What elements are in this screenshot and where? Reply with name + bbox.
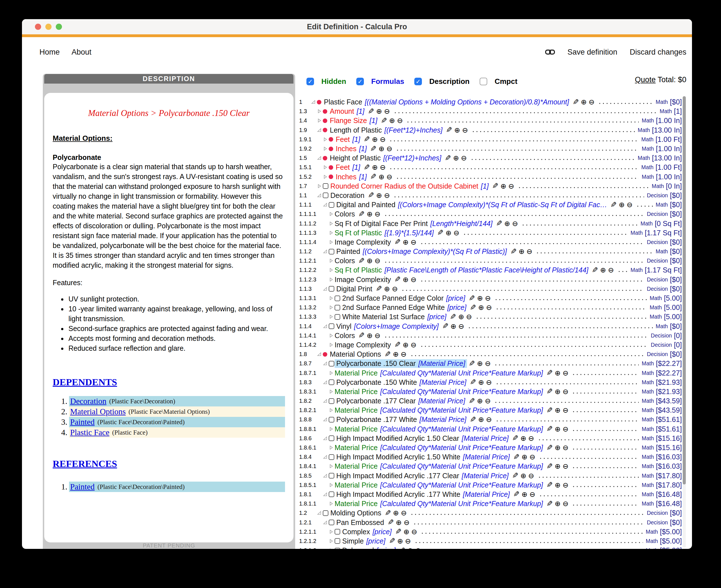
row-formula[interactable]: [(Colors+Image Complexity)*(Sq Ft of Pla…	[363, 247, 507, 256]
tree-row[interactable]: 1.8.1 High Impact Modified Acrylic .177 …	[298, 490, 682, 499]
edit-pencil-icon[interactable]: ✎	[547, 481, 553, 489]
row-label[interactable]: Colors	[335, 257, 355, 265]
row-formula[interactable]: [Calculated Qty*Material Unit Price*Feat…	[380, 481, 543, 489]
edit-pencil-icon[interactable]: ✎	[547, 424, 553, 434]
row-formula[interactable]: [Material Price]	[463, 453, 510, 461]
edit-pencil-icon[interactable]: ✎	[470, 303, 476, 312]
tree-row[interactable]: 1.8.2 Polycarbonate .177 Clear [Material…	[298, 396, 682, 405]
row-formula[interactable]: [Material Price]	[463, 490, 510, 499]
edit-pencil-icon[interactable]: ✎	[547, 499, 553, 508]
remove-icon[interactable]: ⊖	[404, 519, 410, 527]
edit-pencil-icon[interactable]: ✎	[492, 182, 498, 191]
remove-icon[interactable]: ⊖	[466, 313, 472, 321]
remove-icon[interactable]: ⊖	[530, 490, 535, 499]
edit-pencil-icon[interactable]: ✎	[469, 397, 475, 405]
remove-icon[interactable]: ⊖	[386, 145, 392, 153]
add-icon[interactable]: ⊕	[477, 359, 483, 368]
row-checkbox[interactable]	[329, 323, 334, 329]
filter-label[interactable]: Hidden	[321, 77, 346, 86]
tree-row[interactable]: 1.1.1.2 Sq Ft of Digital Face Per Print …	[298, 219, 682, 228]
tree-row[interactable]: 1.1.4.1 Colors ✎ ⊕ ⊖ Decision [0]	[298, 331, 682, 340]
edit-pencil-icon[interactable]: ✎	[370, 172, 376, 181]
remove-icon[interactable]: ⊖	[562, 444, 568, 452]
add-icon[interactable]: ⊕	[403, 341, 409, 349]
add-icon[interactable]: ⊕	[600, 266, 606, 274]
edit-pencil-icon[interactable]: ✎	[470, 378, 476, 387]
remove-icon[interactable]: ⊖	[392, 285, 398, 293]
row-formula[interactable]: [price]	[446, 294, 465, 302]
edit-pencil-icon[interactable]: ✎	[385, 350, 391, 359]
expand-arrow-icon[interactable]	[323, 520, 329, 525]
tree-row[interactable]: 1.8.4 High Impact Modified Acrylic 1.50 …	[298, 452, 682, 462]
add-icon[interactable]: ⊕	[393, 350, 399, 358]
row-formula[interactable]: [(Feet*12)+Inches]	[385, 126, 442, 134]
tree-row[interactable]: 1.1.1.3 Sq Ft of Plastic [{1.9}*{1.5}/14…	[298, 228, 682, 237]
edit-pencil-icon[interactable]: ✎	[470, 415, 476, 424]
tree-row[interactable]: 1.5 Height of Plastic [(Feet*12)+Inches]…	[298, 153, 682, 163]
row-formula[interactable]: [price]	[366, 537, 385, 545]
edit-pencil-icon[interactable]: ✎	[512, 434, 518, 443]
add-icon[interactable]: ⊕	[478, 416, 484, 424]
row-formula[interactable]: [Calculated Qty*Material Unit Price*Feat…	[380, 369, 543, 377]
row-label[interactable]: 2nd Surface Panned Edge Color	[342, 294, 444, 302]
row-formula[interactable]: [1]	[481, 182, 489, 190]
add-icon[interactable]: ⊕	[555, 444, 560, 452]
expand-arrow-icon[interactable]	[323, 174, 329, 179]
tree-row[interactable]: 1.1.4 Vinyl [Colors+Image Complexity] ✎ …	[298, 322, 682, 331]
row-label[interactable]: Material Price	[335, 481, 378, 489]
expand-arrow-icon[interactable]	[317, 193, 323, 198]
row-checkbox[interactable]	[329, 491, 334, 497]
add-icon[interactable]: ⊕	[407, 546, 413, 549]
remove-icon[interactable]: ⊖	[405, 537, 411, 545]
row-checkbox[interactable]	[329, 286, 334, 292]
add-icon[interactable]: ⊕	[453, 154, 459, 162]
filter-checkbox[interactable]	[306, 78, 314, 85]
row-label[interactable]: High Impact Modified Acrylic .177 White	[336, 490, 460, 499]
add-icon[interactable]: ⊕	[376, 107, 382, 115]
add-icon[interactable]: ⊕	[555, 425, 560, 433]
tree-row[interactable]: 1.1.2 Painted [(Colors+Image Complexity)…	[298, 247, 682, 256]
tree-row[interactable]: 1.1.2.3 Image Complexity ✎ ⊕ ⊖ Decision …	[298, 275, 682, 284]
dependent-link[interactable]: Painted	[70, 482, 95, 491]
row-label[interactable]: Sq Ft of Digital Face Per Print	[335, 219, 428, 228]
expand-arrow-icon[interactable]	[317, 510, 323, 516]
row-formula[interactable]: [1]	[356, 107, 365, 115]
remove-icon[interactable]: ⊖	[397, 117, 403, 125]
expand-arrow-icon[interactable]	[323, 249, 329, 254]
remove-icon[interactable]: ⊖	[411, 276, 416, 284]
edit-pencil-icon[interactable]: ✎	[364, 135, 370, 144]
row-label[interactable]: Feet	[336, 163, 350, 171]
edit-pencil-icon[interactable]: ✎	[513, 490, 520, 499]
remove-icon[interactable]: ⊖	[375, 210, 380, 218]
row-label[interactable]: Height of Plastic	[330, 154, 381, 162]
tree-row[interactable]: 1.3 Amount [1] ✎ ⊕ ⊖ Math [1]	[298, 107, 682, 116]
row-label[interactable]: Inches	[336, 145, 356, 153]
row-checkbox[interactable]	[329, 473, 334, 479]
row-label[interactable]: Colors	[335, 332, 355, 340]
add-icon[interactable]: ⊕	[454, 126, 460, 134]
edit-pencil-icon[interactable]: ✎	[394, 237, 401, 247]
tree-row[interactable]: 1.1.3.1 2nd Surface Panned Edge Color [p…	[298, 294, 682, 303]
row-formula[interactable]: [Material Price]	[418, 359, 465, 368]
tree-row[interactable]: 1.8.3 Polycarbonate .150 White [Material…	[298, 378, 682, 387]
row-formula[interactable]: [Material Price]	[461, 472, 509, 480]
edit-pencil-icon[interactable]: ✎	[368, 107, 374, 116]
row-checkbox[interactable]	[329, 436, 334, 441]
row-checkbox[interactable]	[323, 192, 328, 198]
edit-pencil-icon[interactable]: ✎	[388, 518, 394, 527]
remove-icon[interactable]: ⊖	[562, 369, 568, 377]
row-label[interactable]: Molding Options	[330, 509, 382, 517]
add-icon[interactable]: ⊕	[378, 173, 385, 181]
edit-pencil-icon[interactable]: ✎	[510, 247, 517, 256]
expand-arrow-icon[interactable]	[329, 305, 335, 310]
row-formula[interactable]: [Calculated Qty*Material Unit Price*Feat…	[380, 462, 543, 470]
tree-row[interactable]: 1 Plastic Face [((Material Options + Mol…	[298, 98, 682, 107]
add-icon[interactable]: ⊕	[367, 332, 373, 340]
save-definition-button[interactable]: Save definition	[568, 48, 617, 57]
row-label[interactable]: Image Complexity	[335, 341, 391, 349]
row-checkbox[interactable]	[335, 314, 340, 320]
tree-row[interactable]: 1.8.5.1 Material Price [Calculated Qty*M…	[298, 481, 682, 490]
tree-row[interactable]: 1.7 Rounded Corner Radius of the Outside…	[298, 182, 682, 191]
expand-arrow-icon[interactable]	[323, 324, 329, 329]
filter-label[interactable]: Cmpct	[495, 77, 517, 86]
